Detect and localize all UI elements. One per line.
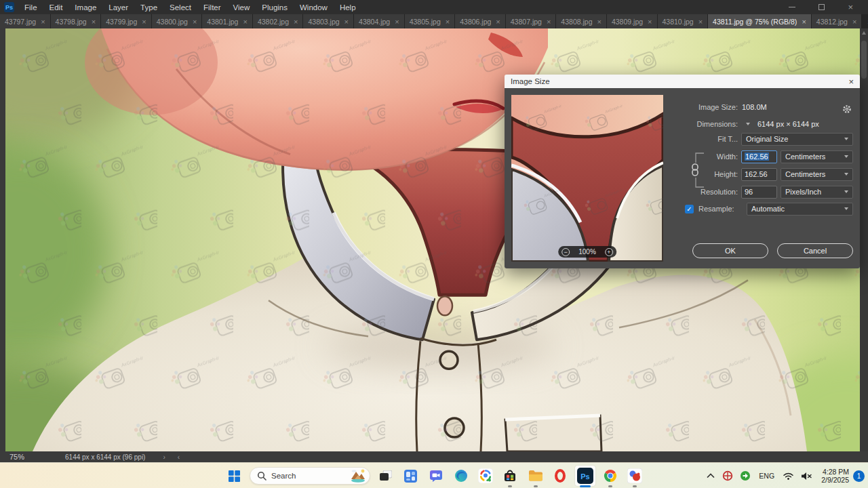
chat-button[interactable] [426,466,446,486]
tab-43801-jpg[interactable]: 43801.jpg× [202,14,253,28]
menu-item-type[interactable]: Type [134,3,163,12]
dialog-buttons: OK Cancel [692,243,853,258]
volume-muted-icon[interactable] [801,472,812,481]
menu-item-file[interactable]: File [18,3,43,12]
start-button[interactable] [224,466,244,486]
resample-checkbox[interactable]: ✓ [685,205,694,214]
tray-target-icon[interactable] [722,470,733,481]
tray-idm-icon[interactable] [740,470,751,481]
tab-43797-jpg[interactable]: 43797.jpg× [0,14,51,28]
tab-close-icon[interactable]: × [344,18,349,26]
tab-close-icon[interactable]: × [193,18,197,26]
resolution-input[interactable]: 96 [741,186,777,199]
tab-43811-jpg[interactable]: 43811.jpg @ 75% (RGB/8)× [708,14,812,28]
tab-close-icon[interactable]: × [142,18,146,26]
menu-item-layer[interactable]: Layer [102,3,134,12]
photoshop-taskbar-button[interactable]: Ps [575,466,595,486]
wifi-icon[interactable] [783,471,794,481]
tab-close-icon[interactable]: × [852,18,856,26]
tab-43799-jpg[interactable]: 43799.jpg× [101,14,152,28]
scrollbar-thumb[interactable] [861,41,867,79]
tab-close-icon[interactable]: × [698,18,703,26]
tab-close-icon[interactable]: × [802,18,806,26]
tab-43802-jpg[interactable]: 43802.jpg× [253,14,304,28]
tab-close-icon[interactable]: × [547,18,551,26]
gear-icon[interactable] [842,104,852,115]
store-button[interactable] [500,466,520,486]
dialog-title-bar[interactable]: Image Size × [505,75,860,88]
status-chevron-right-icon[interactable]: › [145,453,165,461]
tray-chevron-up-icon[interactable] [706,472,715,480]
menu-item-help[interactable]: Help [334,3,362,12]
tab-43805-jpg[interactable]: 43805.jpg× [405,14,456,28]
tab-close-icon[interactable]: × [294,18,298,26]
language-indicator[interactable]: ENG [759,472,774,480]
tab-43812-jpg[interactable]: 43812.jpg× [812,14,863,28]
tab-close-icon[interactable]: × [92,18,96,26]
height-value: 162.56 [745,170,768,178]
file-explorer-button[interactable] [526,466,546,486]
widgets-icon [404,470,417,483]
menu-item-select[interactable]: Select [163,3,197,12]
search-input[interactable]: Search [250,467,370,485]
tab-close-icon[interactable]: × [395,18,399,26]
tab-43808-jpg[interactable]: 43808.jpg× [556,14,607,28]
tab-overflow-icon[interactable]: » [862,14,868,28]
tab-label: 43800.jpg [157,18,188,26]
menu-item-plugins[interactable]: Plugins [256,3,294,12]
zoom-in-icon[interactable]: + [605,248,613,256]
height-input[interactable]: 162.56 [741,168,777,181]
menu-item-edit[interactable]: Edit [43,3,69,12]
task-view-button[interactable] [376,466,396,486]
notification-badge[interactable]: 1 [853,470,865,482]
tab-43804-jpg[interactable]: 43804.jpg× [354,14,405,28]
tab-close-icon[interactable]: × [648,18,652,26]
fit-to-select[interactable]: Original Size [741,133,853,146]
tab-close-icon[interactable]: × [496,18,500,26]
clock[interactable]: 4:28 PM 2/9/2025 [821,468,849,485]
minimize-icon[interactable] [789,7,795,7]
image-preview[interactable]: AxGraph-ir − 100% [511,95,663,262]
tab-43803-jpg[interactable]: 43803.jpg× [303,14,354,28]
lens-button[interactable] [475,466,496,486]
close-icon[interactable]: × [848,4,853,11]
chrome-button[interactable] [600,466,620,486]
tab-43806-jpg[interactable]: 43806.jpg× [455,14,506,28]
scroll-up-icon[interactable] [862,31,866,35]
ok-button[interactable]: OK [692,243,768,258]
menu-item-window[interactable]: Window [294,3,334,12]
vertical-scrollbar[interactable] [860,28,868,451]
dimensions-unit-dropdown-icon[interactable] [742,119,753,129]
dialog-body: AxGraph-ir − 100% [505,88,860,268]
tab-43810-jpg[interactable]: 43810.jpg× [658,14,709,28]
tab-43809-jpg[interactable]: 43809.jpg× [607,14,658,28]
resample-select[interactable]: Automatic [747,203,853,216]
tab-43800-jpg[interactable]: 43800.jpg× [152,14,203,28]
status-chevron-left-icon[interactable]: ‹ [165,453,180,461]
dialog-title: Image Size [511,77,550,85]
menu-item-view[interactable]: View [227,3,256,12]
tab-43807-jpg[interactable]: 43807.jpg× [506,14,557,28]
tab-close-icon[interactable]: × [41,18,45,26]
zoom-level[interactable]: 75% [0,453,31,461]
zoom-out-icon[interactable]: − [561,248,570,256]
tab-bar: 43797.jpg×43798.jpg×43799.jpg×43800.jpg×… [0,14,868,28]
tab-close-icon[interactable]: × [243,18,247,26]
paint-app-button[interactable] [625,466,645,486]
height-unit-select[interactable]: Centimeters [781,168,853,181]
edge-button[interactable] [451,466,471,486]
widgets-button[interactable] [400,466,420,486]
width-input[interactable]: 162.56 [741,150,777,163]
opera-button[interactable] [550,466,570,486]
resolution-unit-select[interactable]: Pixels/Inch [781,186,853,199]
cancel-button[interactable]: Cancel [777,243,853,258]
menu-item-image[interactable]: Image [68,3,102,12]
search-placeholder: Search [271,472,349,480]
dialog-close-icon[interactable]: × [848,77,854,87]
tab-43798-jpg[interactable]: 43798.jpg× [51,14,102,28]
maximize-icon[interactable] [818,4,825,10]
tab-close-icon[interactable]: × [597,18,601,26]
tab-close-icon[interactable]: × [446,18,450,26]
menu-item-filter[interactable]: Filter [197,3,227,12]
width-unit-select[interactable]: Centimeters [781,150,853,163]
